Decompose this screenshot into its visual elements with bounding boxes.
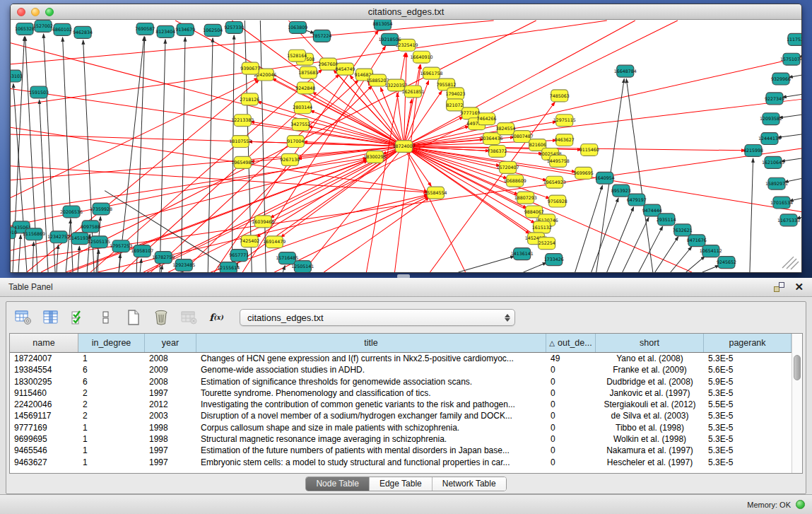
cell-short: Jankovic et al. (1997) (596, 387, 704, 399)
svg-text:12505135: 12505135 (88, 239, 110, 244)
minimize-window-icon[interactable] (31, 8, 40, 16)
svg-text:14136141: 14136141 (511, 251, 534, 256)
delete-column-icon[interactable] (153, 310, 170, 325)
svg-text:16782759: 16782759 (152, 255, 175, 259)
select-all-icon[interactable] (70, 310, 87, 325)
show-columns-icon[interactable] (42, 310, 59, 325)
table-selector-dropdown[interactable]: citations_edges.txt (240, 309, 515, 326)
table-row[interactable]: 969969511998Structural magnetic resonanc… (10, 433, 792, 445)
cell-title: Changes of HCN gene expression and I(f) … (196, 353, 546, 364)
svg-text:16958107: 16958107 (131, 248, 153, 253)
cell-pagerank: 5.3E-5 (704, 353, 792, 364)
column-header-short[interactable]: short (596, 334, 704, 352)
cell-in_degree: 2 (78, 387, 145, 399)
tab-node-table[interactable]: Node Table (306, 477, 369, 491)
cell-short: Dudbridge et al. (2008) (596, 376, 704, 387)
cell-in_degree: 2 (78, 399, 145, 410)
cell-pagerank: 5.5E-5 (704, 399, 792, 410)
table-row[interactable]: 1456911722003Disruption of a novel membe… (10, 410, 792, 421)
cell-pagerank: 5.3E-5 (704, 433, 792, 445)
cell-name: 9465546 (10, 445, 78, 456)
table-panel: Table Panel ✕ (0, 278, 812, 514)
column-header-year[interactable]: year (145, 334, 196, 352)
table-row[interactable]: 1872400712008Changes of HCN gene express… (10, 353, 792, 364)
cell-year: 1997 (145, 457, 196, 468)
node-table-header[interactable]: namein_degreeyeartitle△out_de...shortpag… (10, 334, 792, 353)
column-header-in_degree[interactable]: in_degree (78, 334, 145, 352)
svg-text:19654985: 19654985 (231, 160, 254, 165)
svg-text:1117520: 1117520 (787, 37, 801, 42)
svg-text:12975115: 12975115 (553, 117, 576, 122)
cell-name: 19384554 (10, 364, 78, 375)
svg-text:1063809: 1063809 (288, 25, 307, 30)
svg-text:2803144: 2803144 (293, 105, 312, 110)
cell-year: 2009 (145, 364, 196, 375)
network-window-titlebar[interactable]: citations_edges.txt (11, 4, 801, 20)
close-panel-icon[interactable]: ✕ (794, 282, 804, 292)
svg-text:8454749: 8454749 (335, 66, 355, 71)
svg-text:3913910: 3913910 (11, 230, 17, 235)
tab-edge-table[interactable]: Edge Table (369, 477, 432, 491)
svg-text:8215998: 8215998 (743, 148, 763, 153)
table-row[interactable]: 2242004622012Investigating the contribut… (10, 399, 792, 410)
cell-in_degree: 1 (78, 422, 145, 433)
svg-text:16961758: 16961758 (420, 71, 443, 76)
svg-text:3824554: 3824554 (496, 126, 516, 131)
column-header-name[interactable]: name (10, 334, 78, 352)
cell-title: Tourette syndrome. Phenomenology and cla… (196, 387, 546, 399)
svg-text:15885207: 15885207 (366, 78, 389, 83)
cell-in_degree: 1 (78, 457, 145, 468)
column-header-out_de[interactable]: △out_de... (546, 334, 596, 352)
svg-text:1591503: 1591503 (29, 90, 49, 95)
svg-text:2718126: 2718126 (240, 97, 259, 102)
status-bar: Memory: OK (0, 494, 812, 514)
tab-network-table[interactable]: Network Table (432, 477, 506, 491)
svg-text:15892971: 15892971 (765, 181, 788, 186)
svg-text:1640954: 1640954 (595, 175, 615, 180)
svg-text:2935114: 2935114 (657, 217, 676, 222)
svg-text:9777169: 9777169 (461, 110, 481, 115)
svg-text:11675333: 11675333 (777, 218, 800, 223)
cell-year: 1997 (145, 387, 196, 399)
cell-short: de Silva et al. (2003) (596, 410, 704, 421)
table-selector-value: citations_edges.txt (247, 313, 505, 323)
table-row[interactable]: 1830029562008Estimation of significance … (10, 376, 792, 387)
table-row[interactable]: 1938455462009Genome-wide association stu… (10, 364, 792, 375)
new-column-icon[interactable] (125, 310, 142, 325)
svg-text:18300295: 18300295 (363, 154, 386, 159)
svg-text:9463627: 9463627 (555, 137, 575, 142)
table-row[interactable]: 911546021997Tourette syndrome. Phenomeno… (10, 387, 792, 399)
svg-text:1794023: 1794023 (446, 91, 466, 96)
network-window[interactable]: citations_edges.txt 18724007183002951558… (10, 4, 802, 273)
dropdown-arrows-icon (505, 314, 510, 322)
table-scrollbar-thumb[interactable] (794, 355, 801, 380)
table-scrollbar[interactable] (792, 334, 802, 473)
delete-table-icon[interactable] (180, 310, 197, 325)
cell-title: Estimation of the future numbers of pati… (196, 445, 546, 456)
svg-text:1875683: 1875683 (298, 70, 318, 75)
svg-text:1733426: 1733426 (544, 257, 564, 262)
table-row[interactable]: 946554611997Estimation of the future num… (10, 445, 792, 456)
cell-in_degree: 6 (78, 364, 145, 375)
clear-selection-icon[interactable] (98, 310, 114, 325)
cell-pagerank: 5.9E-5 (704, 376, 792, 387)
close-window-icon[interactable] (17, 8, 25, 16)
table-row[interactable]: 946362711997Embryonic stem cells: a mode… (10, 457, 792, 468)
svg-text:9699695: 9699695 (574, 170, 594, 175)
svg-text:12923485: 12923485 (172, 262, 195, 267)
function-builder-icon[interactable]: f(x) (208, 310, 225, 325)
cell-short: Yano et al. (2008) (596, 353, 704, 364)
svg-text:3427552: 3427552 (290, 122, 310, 127)
column-header-pagerank[interactable]: pagerank (704, 334, 792, 352)
table-row[interactable]: 977716911998Corpus callosum shape and si… (10, 422, 792, 433)
cell-name: 9115460 (10, 387, 78, 399)
svg-text:1062504: 1062504 (203, 28, 223, 33)
column-header-title[interactable]: title (196, 334, 546, 352)
zoom-window-icon[interactable] (45, 8, 54, 16)
svg-text:19218506: 19218506 (378, 37, 401, 42)
table-toolbar: f(x) citations_edges.txt (6, 302, 806, 333)
table-mode-icon[interactable] (15, 310, 32, 325)
network-canvas[interactable]: 1872400718300295155845542242004693906772… (11, 20, 801, 272)
memory-status-label: Memory: OK (747, 501, 791, 509)
float-panel-icon[interactable] (774, 282, 784, 292)
